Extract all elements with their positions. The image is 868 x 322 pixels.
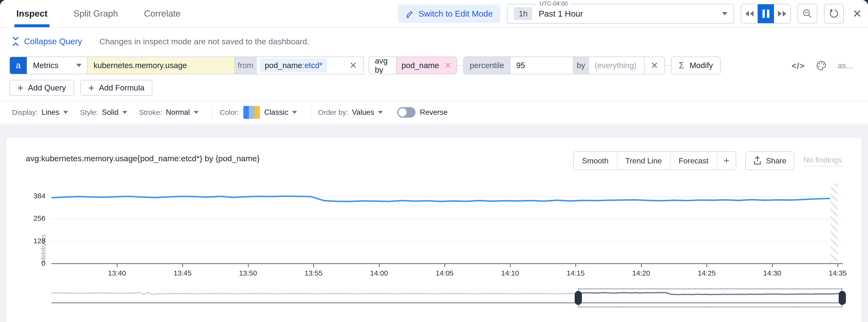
playback-controls: [741, 4, 791, 24]
rewind-icon: [745, 10, 754, 17]
style-value: Solid: [102, 108, 119, 117]
zoom-out-icon: [802, 9, 812, 19]
no-findings-label: No findings: [803, 155, 842, 166]
close-icon: ✕: [852, 7, 862, 20]
time-range-selector[interactable]: UTC-04:00 1h Past 1 Hour: [507, 4, 734, 24]
stroke-select[interactable]: Stroke: Normal: [139, 108, 198, 117]
filter-section[interactable]: pod_name:etcd* ✕: [256, 57, 363, 74]
active-tab-underline: [14, 24, 50, 27]
add-query-button[interactable]: + Add Query: [9, 80, 74, 96]
group-by-chunk: avg by pod_name ✕: [369, 57, 457, 75]
style-label: Style:: [80, 108, 98, 116]
group-by-tag[interactable]: pod_name ✕: [396, 57, 457, 74]
chevron-down-icon: [378, 111, 383, 114]
reverse-label: Reverse: [420, 108, 447, 117]
modify-button[interactable]: Σ Modify: [671, 57, 721, 75]
sigma-icon: Σ: [679, 60, 684, 70]
x-axis-tick-label: 14:10: [491, 269, 529, 277]
x-axis-tick: [117, 264, 118, 267]
chevron-down-icon: [63, 111, 68, 114]
x-axis-tick: [837, 264, 838, 267]
color-value: Classic: [264, 108, 288, 117]
pause-button[interactable]: [757, 4, 774, 23]
classic-palette-swatch: [243, 106, 260, 119]
display-select[interactable]: Display: Lines: [12, 108, 68, 117]
collapse-query-link[interactable]: Collapse Query: [12, 36, 82, 47]
avg-by-label: avg by: [369, 57, 396, 74]
fast-forward-button[interactable]: [774, 4, 790, 23]
x-axis-tick-label: 14:30: [753, 269, 792, 277]
series-layer: [52, 183, 838, 264]
style-select[interactable]: Style: Solid: [80, 108, 127, 117]
vertical-divider: [310, 106, 311, 119]
tab-inspect[interactable]: Inspect: [17, 0, 48, 27]
x-axis-tick: [182, 264, 183, 267]
function-by-input[interactable]: (everything): [588, 57, 644, 74]
reverse-toggle[interactable]: [397, 107, 415, 118]
chevron-down-icon: [194, 111, 198, 114]
add-formula-button[interactable]: + Add Formula: [80, 80, 152, 96]
switch-to-edit-mode-button[interactable]: Switch to Edit Mode: [398, 4, 500, 23]
x-axis-tick: [641, 264, 642, 267]
share-button[interactable]: Share: [745, 151, 794, 170]
graph-card: avg:kubernetes.memory.usage{pod_name:etc…: [5, 138, 863, 322]
smooth-button[interactable]: Smooth: [574, 152, 617, 170]
x-axis-tick-label: 13:50: [229, 269, 267, 277]
time-range-label: Past 1 Hour: [538, 9, 583, 19]
inspect-mode-notice: Changes in inspect mode are not saved to…: [99, 37, 309, 46]
reset-zoom-button[interactable]: [824, 4, 844, 24]
x-axis-tick-label: 14:15: [556, 269, 595, 277]
pause-icon: [763, 10, 769, 18]
trend-line-button[interactable]: Trend Line: [617, 152, 670, 170]
close-icon: ✕: [349, 60, 357, 70]
function-value: 95: [516, 61, 525, 70]
modal-body-background: avg:kubernetes.memory.usage{pod_name:etc…: [0, 124, 868, 322]
x-axis-tick-label: 14:00: [360, 269, 398, 277]
palette-icon[interactable]: [816, 60, 827, 71]
remove-filter-button[interactable]: ✕: [346, 60, 360, 71]
timeseries-plot[interactable]: [52, 183, 838, 264]
query-letter-badge[interactable]: a: [10, 57, 27, 74]
plus-icon: +: [18, 83, 23, 93]
brush-handle-right[interactable]: [839, 291, 846, 305]
as-label[interactable]: as...: [838, 61, 852, 70]
order-by-value: Values: [352, 108, 374, 117]
minimap-brush-selection[interactable]: [578, 289, 842, 307]
query-sub-header: Collapse Query Changes in inspect mode a…: [12, 34, 309, 49]
brush-handle-left[interactable]: [575, 291, 582, 305]
tab-correlate-label: Correlate: [144, 9, 181, 19]
order-by-select[interactable]: Order by: Values: [318, 108, 383, 117]
chevron-down-icon: [292, 111, 297, 114]
add-function-button[interactable]: +: [717, 152, 736, 170]
forecast-button[interactable]: Forecast: [670, 152, 717, 170]
tab-split-graph[interactable]: Split Graph: [73, 0, 118, 27]
inspect-graph-modal: Inspect Split Graph Correlate Switch to …: [0, 0, 868, 322]
add-formula-label: Add Formula: [99, 83, 144, 92]
graph-title: avg:kubernetes.memory.usage{pod_name:etc…: [26, 154, 260, 163]
x-axis-tick: [772, 264, 773, 267]
function-value-input[interactable]: 95: [510, 57, 573, 74]
graph-actions: Smooth Trend Line Forecast + Share No fi…: [573, 151, 842, 170]
from-label: from: [235, 57, 256, 74]
color-select[interactable]: Color: Classic: [220, 106, 297, 119]
minimap-line: [52, 292, 579, 295]
close-icon: ✕: [651, 60, 658, 71]
filter-tag-key: pod_name: [265, 61, 302, 70]
close-button[interactable]: ✕: [852, 7, 862, 20]
tab-correlate[interactable]: Correlate: [144, 0, 181, 27]
filter-tag-value: etcd*: [304, 61, 322, 70]
x-axis-tick-label: 13:55: [294, 269, 333, 277]
add-buttons-row: + Add Query + Add Formula: [9, 80, 152, 96]
code-view-icon[interactable]: </>: [792, 61, 805, 70]
remove-group-by-button[interactable]: ✕: [444, 60, 452, 70]
top-bar: Inspect Split Graph Correlate Switch to …: [0, 0, 868, 27]
data-source-select[interactable]: Metrics: [27, 57, 87, 74]
data-source-label: Metrics: [33, 61, 58, 70]
zoom-out-button[interactable]: [798, 4, 817, 24]
metric-name-input[interactable]: kubernetes.memory.usage: [87, 57, 235, 74]
top-bar-controls: Switch to Edit Mode UTC-04:00 1h Past 1 …: [398, 3, 862, 24]
rewind-button[interactable]: [741, 4, 757, 23]
vertical-divider: [212, 106, 213, 119]
filter-tag[interactable]: pod_name:etcd*: [260, 58, 327, 72]
remove-function-button[interactable]: ✕: [644, 57, 664, 74]
